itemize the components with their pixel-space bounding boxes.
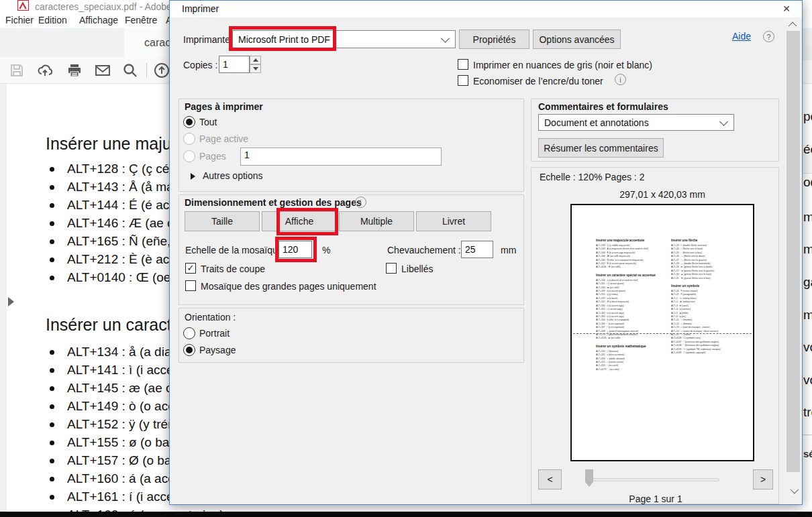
text-fragment: voy [803, 340, 812, 355]
pages-all-label: Tout [199, 117, 217, 127]
page-up-icon[interactable] [153, 62, 170, 78]
preview-line: Insérer une flèche [671, 239, 742, 243]
preview-column-1: Insérer une majuscule accentuéeALT+128 :… [596, 235, 667, 371]
menu-item[interactable]: Fenêtre [125, 15, 157, 25]
summarize-comments-button[interactable]: Résumer les commentaires [538, 138, 664, 158]
copies-input[interactable]: 1 [219, 56, 250, 73]
nav-pane-toggle-icon[interactable] [8, 297, 14, 306]
menu-item[interactable]: Fichier [5, 15, 34, 25]
help-icon[interactable]: ? [763, 31, 774, 42]
chevron-down-icon [441, 34, 450, 43]
pages-panel: Pages à imprimer Tout Page active Pages … [179, 99, 524, 192]
sizing-panel: Dimensionnement et gestion des pages i T… [179, 194, 524, 305]
copies-stepper [250, 56, 261, 73]
bottom-black-bar [0, 512, 812, 517]
preview-line: Insérer un symbole mathématique [596, 345, 667, 349]
pages-all-radio[interactable] [183, 116, 195, 128]
close-icon[interactable]: × [779, 1, 794, 17]
orientation-panel: Orientation : Portrait Paysage [179, 308, 524, 363]
cut-marks-checkbox[interactable]: ✓ [185, 263, 196, 274]
comments-select-value: Document et annotations [544, 117, 649, 128]
comments-select[interactable]: Document et annotations [538, 114, 734, 131]
help-link[interactable]: Aide [732, 31, 751, 42]
scroll-down-button[interactable] [786, 484, 801, 496]
info-icon: i [615, 74, 626, 85]
right-divider [803, 435, 812, 435]
text-fragment: mp [803, 308, 812, 323]
text-fragment: voy [803, 373, 812, 388]
dialog-titlebar: Imprimer × [170, 1, 802, 17]
screen: caracteres_speciaux.pdf - Adobe Acrobat … [0, 0, 812, 517]
preview-dimensions: 297,01 x 420,03 mm [570, 189, 754, 200]
preview-line: Insérer un symbole [671, 284, 742, 288]
menu-item[interactable]: Affichage [79, 15, 118, 25]
overlap-input[interactable]: 25 [461, 241, 493, 258]
chevron-up-icon [788, 21, 797, 30]
landscape-label: Paysage [199, 345, 236, 355]
properties-button[interactable]: Propriétés [459, 30, 529, 49]
nav-pane-strip [0, 84, 7, 512]
text-fragment: séd [803, 448, 812, 459]
preview-slider-track[interactable] [585, 478, 719, 481]
more-options-label[interactable]: Autres options [203, 170, 263, 181]
grayscale-label: Imprimer en nuances de gris (noir et bla… [473, 60, 652, 70]
info-icon: i [355, 196, 366, 208]
arrow-down-icon [253, 67, 258, 70]
preview-line: ALT+0156 : œ (oe collé) [596, 337, 667, 340]
landscape-radio[interactable] [183, 344, 195, 356]
labels-checkbox[interactable] [386, 263, 397, 274]
email-icon[interactable] [94, 62, 111, 78]
grayscale-checkbox[interactable] [458, 59, 468, 70]
printer-select[interactable]: Microsoft Print to PDF [232, 30, 456, 48]
scroll-up-button[interactable] [786, 19, 801, 31]
comments-panel-title: Commentaires et formulaires [538, 101, 668, 112]
preview-prev-button[interactable]: < [538, 469, 562, 490]
dialog-scrollbar[interactable] [786, 19, 801, 496]
preview-column-2: Insérer une flècheALT+23 : ↨ (double flè… [671, 235, 742, 371]
printer-select-value: Microsoft Print to PDF [238, 34, 330, 45]
preview-slider-thumb[interactable] [585, 469, 593, 487]
expander-arrow-icon[interactable] [191, 173, 195, 180]
advanced-options-button[interactable]: Options avancées [533, 30, 621, 49]
chevron-down-icon [790, 485, 799, 494]
stepper-down-button[interactable] [250, 64, 261, 73]
save-icon[interactable] [8, 62, 26, 78]
text-fragment: éer [803, 142, 812, 157]
preview-line: ALT+0140 : Œ (oe collé) [596, 266, 667, 269]
multiple-button[interactable]: Multiple [339, 211, 414, 231]
cloud-upload-icon[interactable] [36, 62, 54, 78]
menu-item[interactable]: Edition [38, 15, 67, 25]
size-button[interactable]: Taille [185, 211, 260, 231]
pages-range-input[interactable]: 1 [240, 148, 442, 166]
poster-button[interactable]: Affiche [262, 211, 337, 231]
right-toolbar-sliver [803, 46, 812, 60]
printer-label: Imprimante [183, 34, 230, 45]
scrollbar-thumb[interactable] [786, 31, 800, 472]
preview-page: Insérer une majuscule accentuéeALT+128 :… [570, 204, 754, 461]
arrow-up-icon [253, 58, 258, 62]
pages-range-radio[interactable] [183, 150, 195, 162]
overlap-label: Chevauchement : [387, 245, 461, 255]
preview-page-label: Page 1 sur 1 [531, 494, 780, 504]
preview-line: Insérer une majuscule accentuée [596, 239, 667, 243]
print-icon[interactable] [66, 62, 83, 78]
pages-current-radio[interactable] [183, 133, 195, 145]
text-fragment: mb [803, 242, 812, 257]
save-ink-label: Economiser de l’encre/du toner [473, 76, 603, 87]
tile-scale-input[interactable]: 120 [278, 241, 312, 258]
tile-scale-label: Echelle de la mosaïque [185, 245, 283, 255]
tile-large-only-checkbox[interactable] [185, 280, 196, 291]
preview-next-button[interactable]: > [753, 469, 773, 490]
text-fragment: odi [803, 175, 812, 190]
percent-label: % [322, 245, 330, 255]
chevron-down-icon [719, 117, 728, 126]
save-ink-checkbox[interactable] [458, 75, 468, 86]
preview-panel: Echelle : 120% Pages : 2 297,01 x 420,03… [531, 167, 779, 504]
preview-scale-info: Echelle : 120% Pages : 2 [540, 172, 644, 182]
tile-large-only-label: Mosaïque des grandes pages uniquement [201, 281, 376, 292]
toolbar-divider [146, 63, 147, 78]
booklet-button[interactable]: Livret [416, 211, 491, 231]
search-icon[interactable] [121, 62, 139, 78]
stepper-up-button[interactable] [250, 56, 261, 64]
portrait-radio[interactable] [183, 327, 195, 339]
